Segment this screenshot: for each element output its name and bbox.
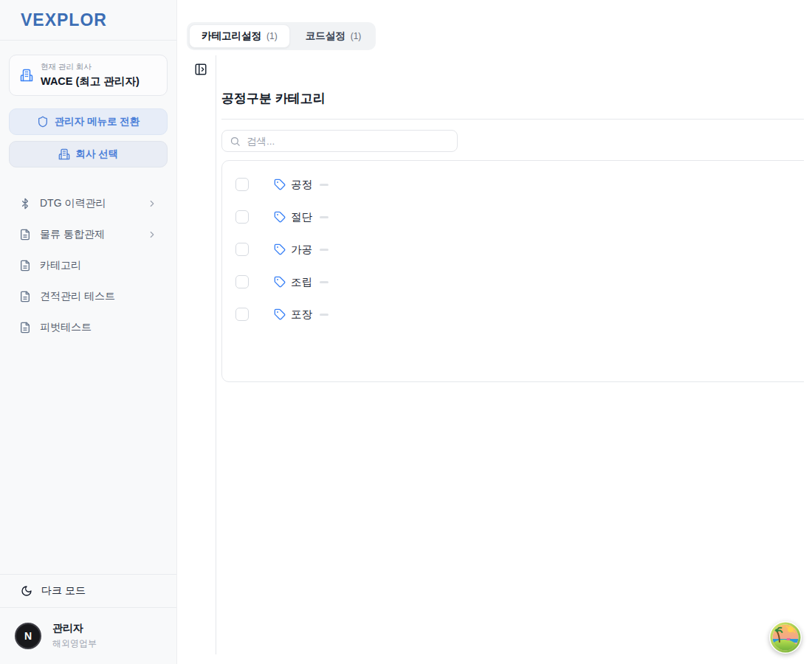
list-item[interactable]: 조립 (222, 266, 804, 298)
checkbox[interactable] (235, 275, 249, 288)
sidebar-item-logistics[interactable]: 물류 통합관제 (9, 219, 168, 250)
vertical-divider (216, 55, 216, 654)
list-item[interactable]: 절단 (222, 201, 804, 233)
document-icon (19, 229, 31, 241)
tag-icon (274, 276, 286, 288)
chevron-right-icon (147, 229, 157, 240)
dark-mode-toggle[interactable]: 다크 모드 (0, 574, 176, 608)
tag-icon (274, 179, 286, 190)
user-department: 해외영업부 (52, 637, 97, 650)
sidebar-item-label: 피벗테스트 (40, 321, 92, 334)
document-icon (19, 260, 31, 272)
page-title: 공정구분 카테고리 (221, 90, 804, 107)
main-area: 카테고리설정 (1) 코드설정 (1) 공정구분 카테고리 (177, 0, 812, 664)
checkbox[interactable] (235, 243, 249, 256)
tropical-island-icon (769, 621, 802, 654)
tab-code-settings[interactable]: 코드설정 (1) (293, 24, 374, 48)
sidebar-menu: DTG 이력관리 물류 통합관제 카테고리 견적관리 테스트 (0, 188, 176, 343)
sidebar: VEXPLOR 현재 관리 회사 WACE (최고 관리자) 관리자 메뉴로 전… (0, 0, 177, 664)
avatar: N (15, 623, 41, 649)
sidebar-item-dtg-history[interactable]: DTG 이력관리 (9, 188, 168, 219)
select-company-label: 회사 선택 (76, 148, 119, 161)
category-label: 포장 (291, 308, 312, 322)
tab-category-settings[interactable]: 카테고리설정 (1) (189, 24, 290, 48)
company-card-label: 현재 관리 회사 (41, 62, 140, 72)
sidebar-item-label: 견적관리 테스트 (40, 290, 115, 303)
checkbox[interactable] (235, 308, 249, 321)
sidebar-item-quote-test[interactable]: 견적관리 테스트 (9, 281, 168, 312)
tab-label: 카테고리설정 (202, 30, 261, 43)
sidebar-item-pivot-test[interactable]: 피벗테스트 (9, 312, 168, 343)
logo-bar: VEXPLOR (0, 0, 176, 41)
switch-admin-menu-button[interactable]: 관리자 메뉴로 전환 (9, 108, 168, 135)
dash-indicator (320, 249, 328, 251)
list-item[interactable]: 가공 (222, 233, 804, 266)
horizontal-divider (221, 119, 804, 120)
sidebar-item-label: 카테고리 (40, 259, 81, 272)
tag-icon (274, 211, 286, 223)
current-company-card: 현재 관리 회사 WACE (최고 관리자) (9, 55, 168, 96)
tab-label: 코드설정 (306, 30, 345, 43)
chevron-right-icon (147, 198, 157, 209)
moon-icon (21, 585, 32, 597)
category-content: 공정구분 카테고리 공정 (221, 81, 804, 612)
settings-tabs: 카테고리설정 (1) 코드설정 (1) (187, 22, 376, 50)
shield-icon (37, 116, 49, 128)
dash-indicator (320, 216, 328, 218)
document-icon (19, 291, 31, 302)
category-list-panel: 공정 절단 가공 (221, 160, 804, 382)
select-company-button[interactable]: 회사 선택 (9, 141, 168, 167)
company-name: WACE (최고 관리자) (41, 75, 140, 89)
tropical-widget-button[interactable] (769, 621, 802, 654)
list-item[interactable]: 포장 (222, 298, 804, 331)
tag-icon (274, 243, 286, 255)
vexplor-logo: VEXPLOR (21, 10, 107, 30)
sidebar-item-label: DTG 이력관리 (40, 197, 106, 210)
user-name: 관리자 (52, 622, 97, 635)
tag-icon (274, 308, 286, 320)
dash-indicator (320, 184, 328, 186)
switch-admin-menu-label: 관리자 메뉴로 전환 (55, 115, 140, 128)
tab-count-badge: (1) (351, 31, 362, 41)
building-icon (58, 148, 70, 160)
sidebar-collapse-icon[interactable] (194, 63, 207, 76)
tab-count-badge: (1) (266, 31, 278, 41)
dash-indicator (320, 314, 328, 316)
sidebar-item-label: 물류 통합관제 (40, 228, 105, 241)
user-profile[interactable]: N 관리자 해외영업부 (0, 608, 176, 664)
bluetooth-icon (19, 198, 31, 210)
search-icon (230, 136, 241, 147)
sidebar-item-category[interactable]: 카테고리 (9, 250, 168, 281)
search-input[interactable] (247, 136, 450, 147)
list-item[interactable]: 공정 (222, 168, 804, 201)
checkbox[interactable] (235, 178, 249, 191)
dark-mode-label: 다크 모드 (41, 584, 86, 598)
category-label: 절단 (291, 210, 312, 224)
checkbox[interactable] (235, 210, 249, 224)
search-box (221, 130, 458, 152)
category-label: 조립 (291, 275, 312, 289)
category-label: 공정 (291, 178, 312, 192)
category-label: 가공 (291, 243, 312, 257)
document-icon (19, 322, 31, 333)
dash-indicator (320, 281, 328, 283)
building-icon (20, 69, 33, 82)
